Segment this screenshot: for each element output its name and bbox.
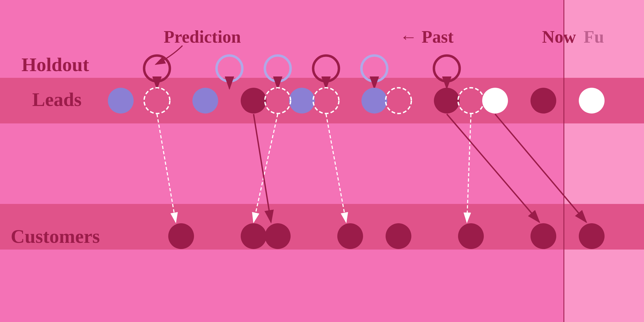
- leads-label: Leads: [32, 89, 82, 111]
- future-region: [564, 0, 644, 322]
- svg-point-5: [434, 56, 460, 81]
- svg-point-3: [313, 56, 339, 81]
- past-label: ← Past: [400, 27, 453, 47]
- svg-point-4: [361, 56, 387, 81]
- now-label: Now: [542, 27, 576, 47]
- svg-point-0: [144, 56, 170, 81]
- main-container: Holdout Leads Customers Prediction ← Pas…: [0, 0, 644, 322]
- leads-band: [0, 78, 644, 123]
- holdout-label: Holdout: [21, 54, 89, 76]
- svg-point-1: [217, 56, 242, 81]
- svg-point-2: [265, 56, 291, 81]
- now-line: [564, 0, 564, 322]
- customers-label: Customers: [11, 225, 100, 248]
- prediction-label: Prediction: [164, 27, 241, 47]
- diagram-svg: [0, 0, 644, 322]
- future-label: Fu: [584, 27, 604, 47]
